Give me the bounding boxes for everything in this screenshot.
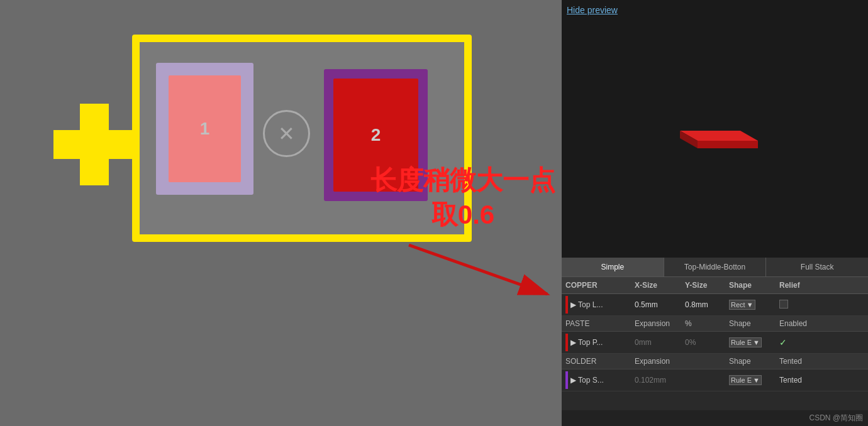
svg-line-1 — [409, 245, 547, 294]
copper-relief-checkbox[interactable] — [779, 300, 788, 309]
paste-percent-header: % — [681, 318, 725, 329]
solder-layer-label: ▶ Top S... — [568, 376, 604, 385]
solder-shape-cell: Rule E ▼ — [725, 373, 776, 387]
solder-shape-dropdown-icon[interactable]: ▼ — [753, 376, 760, 384]
solder-percent-cell — [681, 378, 725, 382]
props-table: COPPER X-Size Y-Size Shape Relief ▶ Top … — [562, 277, 868, 410]
tab-simple[interactable]: Simple — [562, 258, 664, 276]
copper-header-row: COPPER X-Size Y-Size Shape Relief — [562, 277, 868, 294]
copper-col-header: COPPER — [562, 280, 631, 291]
solder-shape-value: Rule E — [731, 376, 752, 384]
props-panel: Hide preview Simple Top-Middle-Botton Fu… — [562, 0, 868, 426]
plus-vertical — [80, 104, 109, 185]
copper-shape-dropdown-icon[interactable]: ▼ — [747, 301, 754, 309]
solder-layer-cell: ▶ Top S... — [562, 369, 631, 391]
hide-preview-button[interactable]: Hide preview — [567, 5, 618, 15]
watermark: CSDN @简知圈 — [562, 410, 868, 426]
tabs-row: Simple Top-Middle-Botton Full Stack — [562, 258, 868, 277]
copper-shape-cell: Rect ▼ — [725, 298, 776, 312]
solder-section-header: SOLDER Expansion Shape Tented — [562, 354, 868, 369]
paste-enabled-checkmark: ✓ — [779, 337, 787, 347]
solder-shape-header: Shape — [725, 356, 776, 367]
paste-expansion-header: Expansion — [631, 318, 681, 329]
solder-label: SOLDER — [562, 356, 631, 367]
annotation-text: 长度稍微大一点 取0.6 — [370, 163, 555, 232]
xsize-col-header: X-Size — [631, 280, 681, 291]
paste-shape-select[interactable]: Rule E ▼ — [729, 337, 762, 347]
pad1-label: 1 — [200, 119, 210, 139]
pad-3d-container — [562, 19, 868, 258]
plus-sign — [53, 104, 135, 185]
paste-shape-dropdown-icon[interactable]: ▼ — [753, 339, 760, 346]
paste-shape-cell: Rule E ▼ — [725, 336, 776, 349]
copper-ysize-cell: 0.8mm — [681, 298, 725, 311]
paste-expansion-cell: 0mm — [631, 336, 681, 349]
pad-3d-preview — [659, 113, 772, 163]
watermark-text: CSDN @简知圈 — [809, 413, 863, 422]
pad1-inner: 1 — [169, 75, 241, 182]
copper-xsize-cell: 0.5mm — [631, 298, 681, 311]
solder-empty-header — [681, 356, 725, 367]
pad2-label: 2 — [371, 125, 381, 145]
ysize-col-header: Y-Size — [681, 280, 725, 291]
paste-shape-header: Shape — [725, 318, 776, 329]
copper-layer-cell: ▶ Top L... — [562, 294, 631, 315]
paste-section-header: PASTE Expansion % Shape Enabled — [562, 316, 868, 332]
annotation-line1: 长度稍微大一点 — [370, 163, 555, 198]
paste-enabled-header: Enabled — [776, 318, 813, 329]
paste-percent-cell: 0% — [681, 336, 725, 349]
paste-layer-label: ▶ Top P... — [568, 338, 603, 347]
paste-layer-cell: ▶ Top P... — [562, 332, 631, 353]
copper-layer-label: ▶ Top L... — [568, 300, 603, 309]
copper-shape-select[interactable]: Rect ▼ — [729, 300, 755, 310]
paste-top-layer-row: ▶ Top P... 0mm 0% Rule E ▼ ✓ — [562, 332, 868, 354]
red-arrow — [403, 239, 560, 302]
annotation-line2: 取0.6 — [370, 198, 555, 232]
paste-enabled-cell: ✓ — [776, 336, 813, 349]
solder-expansion-cell: 0.102mm — [631, 374, 681, 386]
copper-relief-cell — [776, 298, 813, 312]
solder-top-layer-row: ▶ Top S... 0.102mm Rule E ▼ Tented — [562, 369, 868, 391]
copper-shape-value: Rect — [731, 301, 745, 309]
solder-shape-select[interactable]: Rule E ▼ — [729, 375, 762, 385]
svg-marker-3 — [698, 141, 758, 148]
canvas-panel: 1 2 长度稍微大一点 取0.6 — [0, 0, 562, 426]
relief-col-header: Relief — [776, 280, 813, 291]
solder-tented-label: Tented — [779, 376, 802, 385]
circle-x-marker — [263, 110, 310, 157]
paste-label: PASTE — [562, 318, 631, 329]
paste-shape-value: Rule E — [731, 339, 752, 346]
tab-top-middle-botton[interactable]: Top-Middle-Botton — [664, 258, 767, 276]
solder-tented-header: Tented — [776, 356, 813, 367]
solder-expansion-header: Expansion — [631, 356, 681, 367]
tab-full-stack[interactable]: Full Stack — [766, 258, 868, 276]
copper-top-layer-row: ▶ Top L... 0.5mm 0.8mm Rect ▼ — [562, 294, 868, 316]
shape-col-header: Shape — [725, 280, 776, 291]
preview-area: Hide preview — [562, 0, 868, 258]
solder-tented-cell: Tented — [776, 374, 813, 386]
